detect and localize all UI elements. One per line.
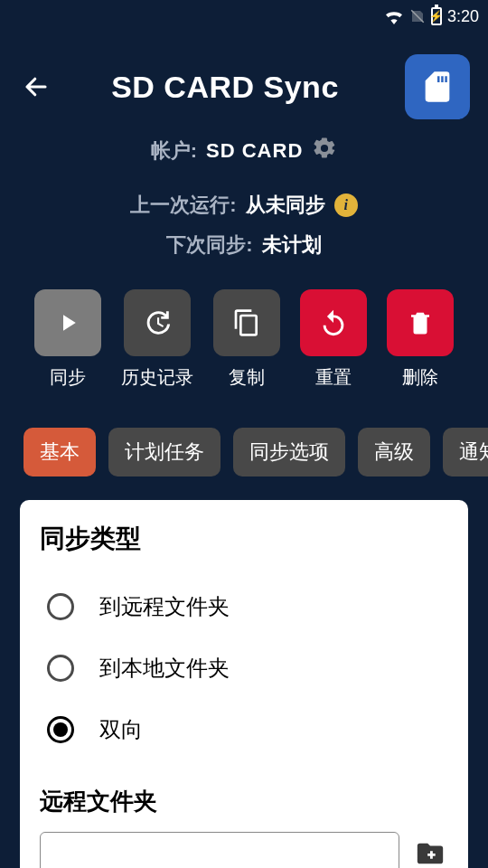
no-sim-icon [409, 8, 426, 24]
history-label: 历史记录 [121, 365, 193, 390]
back-button[interactable] [18, 69, 54, 105]
radio-two-way-label: 双向 [99, 715, 143, 744]
tab-advanced[interactable]: 高级 [358, 428, 430, 476]
page-title: SD CARD Sync [58, 70, 392, 105]
copy-button[interactable]: 复制 [213, 289, 280, 390]
settings-card: 同步类型 到远程文件夹 到本地文件夹 双向 远程文件夹 [20, 500, 468, 868]
next-sync-row: 下次同步: 未计划 [0, 231, 488, 259]
gear-icon [312, 136, 337, 161]
browse-folder-button[interactable] [412, 835, 448, 868]
next-sync-label: 下次同步: [166, 231, 252, 259]
sync-button[interactable]: 同步 [34, 289, 101, 390]
reset-button[interactable]: 重置 [300, 289, 367, 390]
next-sync-value: 未计划 [262, 231, 322, 259]
remote-folder-input[interactable] [40, 832, 399, 868]
wifi-icon [384, 8, 404, 24]
reset-label: 重置 [315, 365, 352, 390]
sd-card-button[interactable] [405, 54, 470, 119]
reset-icon [318, 307, 349, 338]
folder-plus-icon [415, 838, 446, 868]
account-row: 帐户: SD CARD [0, 136, 488, 166]
history-icon [142, 307, 173, 338]
radio-local[interactable]: 到本地文件夹 [40, 637, 448, 699]
radio-icon [47, 655, 74, 682]
trash-icon [407, 309, 434, 336]
tab-notify[interactable]: 通知 [443, 428, 488, 476]
radio-local-label: 到本地文件夹 [99, 654, 230, 683]
history-button[interactable]: 历史记录 [121, 289, 193, 390]
last-run-label: 上一次运行: [130, 192, 236, 219]
battery-icon: ⚡ [431, 7, 442, 25]
last-run-row: 上一次运行: 从未同步 i [0, 192, 488, 219]
sync-type-heading: 同步类型 [40, 522, 448, 556]
account-value: SD CARD [206, 139, 303, 163]
status-bar: ⚡ 3:20 [0, 0, 488, 33]
remote-folder-heading: 远程文件夹 [40, 786, 448, 817]
info-button[interactable]: i [334, 193, 358, 217]
tab-bar: 基本 计划任务 同步选项 高级 通知 同 [0, 428, 488, 476]
radio-remote-label: 到远程文件夹 [99, 592, 230, 621]
sd-card-icon [419, 69, 455, 105]
radio-icon [47, 593, 74, 620]
delete-button[interactable]: 删除 [387, 289, 454, 390]
tab-basic[interactable]: 基本 [23, 428, 96, 476]
action-row: 同步 历史记录 复制 重置 删除 [0, 289, 488, 390]
tab-schedule[interactable]: 计划任务 [108, 428, 221, 476]
radio-icon [47, 716, 74, 743]
header: SD CARD Sync [0, 33, 488, 128]
settings-button[interactable] [312, 136, 337, 166]
play-icon [54, 309, 81, 336]
radio-two-way[interactable]: 双向 [40, 699, 448, 760]
copy-label: 复制 [229, 365, 265, 390]
sync-label: 同步 [50, 365, 86, 390]
radio-remote[interactable]: 到远程文件夹 [40, 576, 448, 637]
arrow-left-icon [23, 73, 50, 100]
delete-label: 删除 [402, 365, 438, 390]
copy-icon [232, 308, 261, 337]
tab-sync-options[interactable]: 同步选项 [233, 428, 345, 476]
clock: 3:20 [447, 7, 479, 26]
account-label: 帐户: [151, 137, 197, 165]
remote-folder-row [40, 832, 448, 868]
last-run-value: 从未同步 [246, 192, 325, 219]
